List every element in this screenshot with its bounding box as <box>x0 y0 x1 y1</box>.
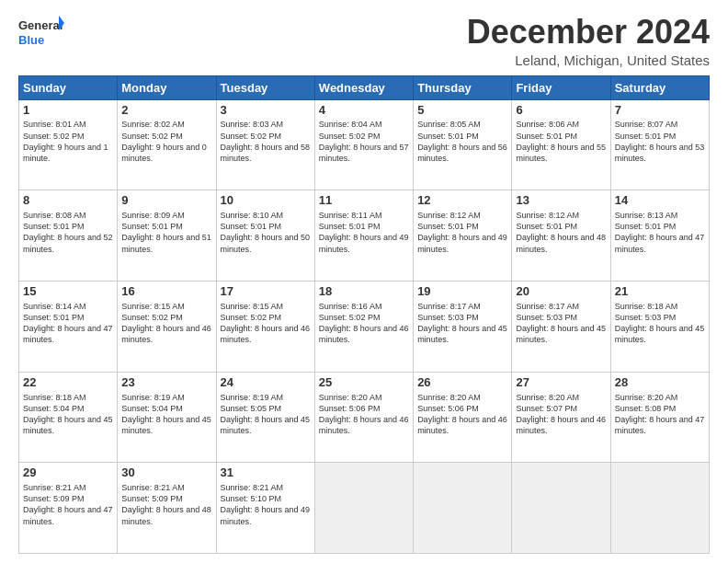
day-info: Sunrise: 8:20 AMSunset: 5:07 PMDaylight:… <box>516 392 606 437</box>
calendar-cell: 18Sunrise: 8:16 AMSunset: 5:02 PMDayligh… <box>314 281 413 372</box>
day-info: Sunrise: 8:09 AMSunset: 5:01 PMDaylight:… <box>121 210 211 255</box>
day-number: 27 <box>516 375 606 391</box>
col-monday: Monday <box>118 75 216 99</box>
logo-graphic: General Blue <box>18 14 64 56</box>
calendar-cell: 22Sunrise: 8:18 AMSunset: 5:04 PMDayligh… <box>19 372 118 463</box>
day-info: Sunrise: 8:20 AMSunset: 5:06 PMDaylight:… <box>417 392 507 437</box>
day-info: Sunrise: 8:08 AMSunset: 5:01 PMDaylight:… <box>23 210 113 255</box>
day-number: 25 <box>319 375 409 391</box>
calendar-cell: 12Sunrise: 8:12 AMSunset: 5:01 PMDayligh… <box>414 190 512 282</box>
calendar-table: Sunday Monday Tuesday Wednesday Thursday… <box>18 75 710 554</box>
calendar-cell: 20Sunrise: 8:17 AMSunset: 5:03 PMDayligh… <box>512 281 610 372</box>
calendar-cell: 26Sunrise: 8:20 AMSunset: 5:06 PMDayligh… <box>414 372 512 463</box>
col-wednesday: Wednesday <box>314 75 413 99</box>
logo: General Blue <box>18 14 64 56</box>
day-info: Sunrise: 8:15 AMSunset: 5:02 PMDaylight:… <box>221 301 311 346</box>
day-number: 11 <box>319 193 409 209</box>
day-info: Sunrise: 8:16 AMSunset: 5:02 PMDaylight:… <box>319 301 409 346</box>
day-info: Sunrise: 8:20 AMSunset: 5:08 PMDaylight:… <box>615 392 705 437</box>
day-info: Sunrise: 8:04 AMSunset: 5:02 PMDaylight:… <box>319 119 409 164</box>
day-number: 19 <box>417 284 507 300</box>
day-number: 23 <box>121 375 211 391</box>
day-info: Sunrise: 8:19 AMSunset: 5:04 PMDaylight:… <box>121 392 211 437</box>
calendar-cell <box>414 463 512 554</box>
day-number: 30 <box>121 465 211 481</box>
calendar-cell: 21Sunrise: 8:18 AMSunset: 5:03 PMDayligh… <box>610 281 709 372</box>
day-info: Sunrise: 8:06 AMSunset: 5:01 PMDaylight:… <box>516 119 606 164</box>
calendar-cell: 15Sunrise: 8:14 AMSunset: 5:01 PMDayligh… <box>19 281 118 372</box>
calendar-cell: 25Sunrise: 8:20 AMSunset: 5:06 PMDayligh… <box>314 372 413 463</box>
calendar-cell: 14Sunrise: 8:13 AMSunset: 5:01 PMDayligh… <box>610 190 709 282</box>
calendar-cell: 28Sunrise: 8:20 AMSunset: 5:08 PMDayligh… <box>610 372 709 463</box>
calendar-cell: 31Sunrise: 8:21 AMSunset: 5:10 PMDayligh… <box>216 463 314 554</box>
day-number: 3 <box>221 103 311 119</box>
day-number: 26 <box>417 375 507 391</box>
calendar-cell: 24Sunrise: 8:19 AMSunset: 5:05 PMDayligh… <box>216 372 314 463</box>
calendar-header-row: Sunday Monday Tuesday Wednesday Thursday… <box>19 75 710 99</box>
svg-text:General: General <box>18 18 63 32</box>
calendar-cell: 9Sunrise: 8:09 AMSunset: 5:01 PMDaylight… <box>118 190 216 282</box>
calendar-week-1: 1Sunrise: 8:01 AMSunset: 5:02 PMDaylight… <box>19 99 710 190</box>
day-number: 31 <box>221 465 311 481</box>
day-info: Sunrise: 8:19 AMSunset: 5:05 PMDaylight:… <box>221 392 311 437</box>
day-info: Sunrise: 8:17 AMSunset: 5:03 PMDaylight:… <box>417 301 507 346</box>
day-number: 28 <box>615 375 705 391</box>
calendar-cell <box>512 463 610 554</box>
day-info: Sunrise: 8:18 AMSunset: 5:04 PMDaylight:… <box>23 392 113 437</box>
day-number: 16 <box>121 284 211 300</box>
day-number: 9 <box>121 193 211 209</box>
calendar-cell: 19Sunrise: 8:17 AMSunset: 5:03 PMDayligh… <box>414 281 512 372</box>
calendar-cell: 29Sunrise: 8:21 AMSunset: 5:09 PMDayligh… <box>19 463 118 554</box>
logo-svg: General Blue <box>18 14 64 52</box>
day-number: 21 <box>615 284 705 300</box>
calendar-cell: 3Sunrise: 8:03 AMSunset: 5:02 PMDaylight… <box>216 99 314 190</box>
calendar-cell: 27Sunrise: 8:20 AMSunset: 5:07 PMDayligh… <box>512 372 610 463</box>
calendar-cell: 13Sunrise: 8:12 AMSunset: 5:01 PMDayligh… <box>512 190 610 282</box>
calendar-cell: 23Sunrise: 8:19 AMSunset: 5:04 PMDayligh… <box>118 372 216 463</box>
calendar-cell: 2Sunrise: 8:02 AMSunset: 5:02 PMDaylight… <box>118 99 216 190</box>
day-number: 6 <box>516 103 606 119</box>
page: General Blue December 2024 Leland, Michi… <box>0 0 728 563</box>
day-info: Sunrise: 8:13 AMSunset: 5:01 PMDaylight:… <box>615 210 705 255</box>
calendar-week-3: 15Sunrise: 8:14 AMSunset: 5:01 PMDayligh… <box>19 281 710 372</box>
calendar-cell: 7Sunrise: 8:07 AMSunset: 5:01 PMDaylight… <box>610 99 709 190</box>
day-number: 8 <box>23 193 113 209</box>
main-title: December 2024 <box>467 14 710 51</box>
day-info: Sunrise: 8:21 AMSunset: 5:09 PMDaylight:… <box>121 482 211 527</box>
col-sunday: Sunday <box>19 75 118 99</box>
calendar-week-4: 22Sunrise: 8:18 AMSunset: 5:04 PMDayligh… <box>19 372 710 463</box>
calendar-cell: 8Sunrise: 8:08 AMSunset: 5:01 PMDaylight… <box>19 190 118 282</box>
day-number: 10 <box>221 193 311 209</box>
calendar-cell: 1Sunrise: 8:01 AMSunset: 5:02 PMDaylight… <box>19 99 118 190</box>
day-number: 17 <box>221 284 311 300</box>
day-info: Sunrise: 8:03 AMSunset: 5:02 PMDaylight:… <box>221 119 311 164</box>
day-info: Sunrise: 8:07 AMSunset: 5:01 PMDaylight:… <box>615 119 705 164</box>
calendar-cell: 4Sunrise: 8:04 AMSunset: 5:02 PMDaylight… <box>314 99 413 190</box>
calendar-body: 1Sunrise: 8:01 AMSunset: 5:02 PMDaylight… <box>19 99 710 553</box>
day-info: Sunrise: 8:18 AMSunset: 5:03 PMDaylight:… <box>615 301 705 346</box>
calendar-cell: 30Sunrise: 8:21 AMSunset: 5:09 PMDayligh… <box>118 463 216 554</box>
day-number: 22 <box>23 375 113 391</box>
calendar-cell: 11Sunrise: 8:11 AMSunset: 5:01 PMDayligh… <box>314 190 413 282</box>
day-info: Sunrise: 8:01 AMSunset: 5:02 PMDaylight:… <box>23 119 113 164</box>
calendar-cell: 5Sunrise: 8:05 AMSunset: 5:01 PMDaylight… <box>414 99 512 190</box>
col-saturday: Saturday <box>610 75 709 99</box>
day-number: 15 <box>23 284 113 300</box>
calendar-cell: 10Sunrise: 8:10 AMSunset: 5:01 PMDayligh… <box>216 190 314 282</box>
subtitle: Leland, Michigan, United States <box>467 52 710 68</box>
day-number: 18 <box>319 284 409 300</box>
day-info: Sunrise: 8:11 AMSunset: 5:01 PMDaylight:… <box>319 210 409 255</box>
logo-container: General Blue <box>18 14 64 56</box>
day-info: Sunrise: 8:10 AMSunset: 5:01 PMDaylight:… <box>221 210 311 255</box>
day-number: 24 <box>221 375 311 391</box>
day-info: Sunrise: 8:14 AMSunset: 5:01 PMDaylight:… <box>23 301 113 346</box>
calendar-cell <box>610 463 709 554</box>
day-number: 4 <box>319 103 409 119</box>
day-number: 14 <box>615 193 705 209</box>
calendar-cell: 17Sunrise: 8:15 AMSunset: 5:02 PMDayligh… <box>216 281 314 372</box>
day-info: Sunrise: 8:02 AMSunset: 5:02 PMDaylight:… <box>121 119 211 164</box>
svg-text:Blue: Blue <box>18 33 44 47</box>
day-info: Sunrise: 8:21 AMSunset: 5:09 PMDaylight:… <box>23 482 113 527</box>
day-number: 13 <box>516 193 606 209</box>
day-info: Sunrise: 8:21 AMSunset: 5:10 PMDaylight:… <box>221 482 311 527</box>
